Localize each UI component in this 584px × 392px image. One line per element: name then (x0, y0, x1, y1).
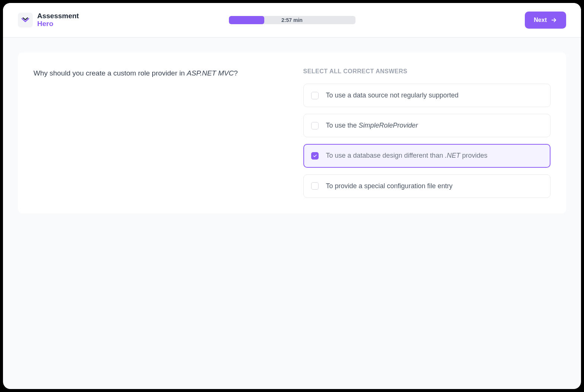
logo: Assessment Hero (18, 12, 79, 28)
answer-option-2[interactable]: To use the SimpleRoleProvider (303, 114, 551, 137)
checkbox-icon (311, 182, 319, 190)
next-button[interactable]: Next (525, 12, 566, 29)
progress-fill (229, 16, 264, 24)
answer-option-3[interactable]: To use a database design different than … (303, 144, 551, 167)
logo-text: Assessment Hero (37, 12, 79, 28)
question-card: Why should you create a custom role prov… (18, 52, 566, 213)
checkbox-checked-icon (311, 152, 319, 160)
question-column: Why should you create a custom role prov… (33, 68, 281, 198)
app-window: Assessment Hero 2:57 min Next Why should… (3, 3, 581, 389)
progress-time: 2:57 min (281, 17, 303, 23)
next-button-label: Next (534, 17, 547, 23)
answers-column: SELECT ALL CORRECT ANSWERS To use a data… (303, 68, 551, 198)
content-area: Why should you create a custom role prov… (3, 38, 581, 389)
answer-text: To use a database design different than … (326, 151, 488, 160)
answer-option-1[interactable]: To use a data source not regularly suppo… (303, 84, 551, 107)
header: Assessment Hero 2:57 min Next (3, 3, 581, 38)
answer-text: To provide a special configuration file … (326, 181, 453, 191)
answer-text: To use a data source not regularly suppo… (326, 91, 459, 100)
checkbox-icon (311, 122, 319, 129)
answer-option-4[interactable]: To provide a special configuration file … (303, 174, 551, 198)
answer-text: To use the SimpleRoleProvider (326, 121, 418, 130)
logo-text-top: Assessment (37, 12, 79, 20)
checkbox-icon (311, 92, 319, 99)
logo-text-bottom: Hero (37, 20, 79, 28)
logo-icon (18, 13, 33, 28)
question-text: Why should you create a custom role prov… (33, 68, 281, 79)
answers-instruction: SELECT ALL CORRECT ANSWERS (303, 68, 551, 75)
progress-bar: 2:57 min (229, 16, 355, 24)
progress-section: 2:57 min (229, 16, 355, 24)
arrow-right-icon (551, 17, 557, 23)
